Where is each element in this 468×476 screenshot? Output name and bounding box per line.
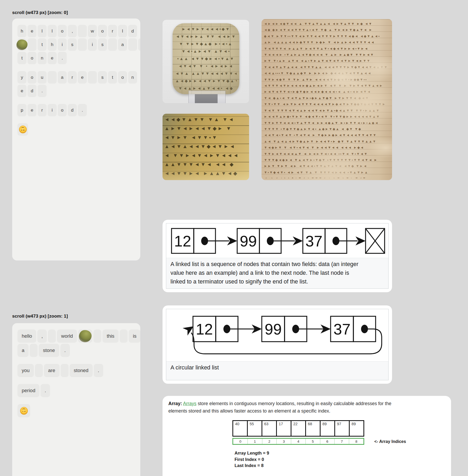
char-scroll-panel: hello,worldthisisastone.youarestoned.per… <box>12 19 140 260</box>
circular-linked-list-diagram: 12 99 37 <box>168 311 387 360</box>
array-stats: Array Length = 9 First Index = 0 Last In… <box>235 450 445 469</box>
char-tile: r <box>68 71 77 84</box>
char-tile: p <box>17 104 26 116</box>
upside-down-face-emoji <box>19 126 27 133</box>
emoji-tile <box>17 404 30 417</box>
char-tile: o <box>28 71 37 84</box>
char-tile: l <box>48 25 57 37</box>
char-tile: d <box>68 104 77 116</box>
rock-image <box>78 329 92 343</box>
char-tile: . <box>58 52 67 64</box>
glyph-row: ◄►▼▲►►◄◄ ◆◆ ◄ <box>164 178 247 179</box>
space-tile <box>48 71 57 84</box>
char-tile: d <box>128 25 137 37</box>
last-index-stat: Last Index = 8 <box>235 463 445 469</box>
space-tile <box>30 344 38 357</box>
char-tile: o <box>118 71 127 84</box>
char-tile: . <box>38 85 47 97</box>
char-tile: . <box>40 384 50 397</box>
caption-line: A linked list is a sequence of nodes tha… <box>170 260 384 269</box>
char-tile: t <box>108 71 117 84</box>
tile-paragraph: hello,worldthisisastone. <box>17 329 135 357</box>
glyph-row: ▲◄◆►►◄◄▼►▼▼◆▲▼ <box>175 77 237 85</box>
linked-list-caption: A linked list is a sequence of nodes tha… <box>166 258 388 289</box>
char-tile: e <box>28 25 37 37</box>
tile-paragraph: youarestoned. <box>17 364 135 377</box>
tile-paragraph <box>17 123 135 136</box>
array-index-cell: 6 <box>320 439 335 444</box>
glyph-row: ◄▼◄▼ ▼ ▪ ◄►◄►◄ <box>175 62 237 70</box>
circular-list-caption: A circular linked list <box>166 361 388 375</box>
array-index-cell: 2 <box>262 439 277 444</box>
array-value-cell: 97 <box>334 420 350 437</box>
char-tile: u <box>38 71 47 84</box>
cuneiform-marks: ►◄▼►▼◄◄◄▪◆▼ ◄▼◄►►▲ ▼▼ ◄◄►▼▼ ▼►▼◆▲◆ ►▪◄▪▲… <box>175 25 237 92</box>
glyph-row: ▲►▼◄►◄◄▼◆► ▼ <box>164 124 247 133</box>
tile-row: tone. <box>17 52 135 64</box>
rock-tile <box>78 329 92 343</box>
char-tile: l <box>38 25 47 37</box>
tile-row: youareston <box>17 71 135 84</box>
array-index-cell: 5 <box>306 439 320 444</box>
tile-row: astone. <box>17 344 135 357</box>
glyph-row: ▼◄▪▲►◄▼ ▲▼◄▪ <box>175 48 237 55</box>
linked-list-image-area: 12 99 37 <box>166 223 388 258</box>
char-tile: h <box>48 38 57 51</box>
linked-list-card: 12 99 37 A linked list is a sequence of … <box>163 220 392 292</box>
char-tile: r <box>38 104 47 116</box>
char-tile: n <box>128 71 137 84</box>
circular-list-thumb: 12 99 37 A circular linked list <box>166 309 389 380</box>
tile-row: period. <box>17 384 135 397</box>
emoji-tile <box>17 123 28 136</box>
array-index-cell: 7 <box>335 439 349 444</box>
panel1-title: scroll (w473 px) [zoom: 0] <box>12 10 68 15</box>
word-tile: are <box>44 364 60 377</box>
array-index-cell: 1 <box>248 439 262 444</box>
upside-down-face-emoji <box>20 407 28 415</box>
char-tile: , <box>37 329 47 343</box>
glyph-row: ►◄▼►▼◄◄◄▪◆▼ <box>175 25 237 33</box>
array-length-stat: Array Length = 9 <box>235 450 445 456</box>
char-tile: s <box>68 38 77 51</box>
char-tile: o <box>28 52 37 64</box>
array-index-cell: 4 <box>291 439 306 444</box>
rock-tile <box>17 38 26 51</box>
char-tile: s <box>98 38 107 51</box>
tile-paragraph: youarestoned. <box>17 71 135 97</box>
glyph-row: ◄▼◄►►▲ ▼▼ ◄◄►▼ <box>175 33 237 40</box>
array-diagram: 405563172268899789 012345678 <- Array In… <box>232 420 365 445</box>
circular-list-image-area: 12 99 37 <box>166 309 388 361</box>
space-tile <box>128 38 137 51</box>
char-tile: o <box>58 104 67 116</box>
glyph-row: ◄▼▲ ▲▲▼▼◄◄◄▼▼◄ <box>175 70 237 77</box>
word-tile: period <box>17 384 39 397</box>
node-value: 12 <box>174 232 191 250</box>
arrays-link[interactable]: Arrays <box>183 401 196 406</box>
screenshot-root: scroll (w473 px) [zoom: 0] hello,worldth… <box>0 0 468 476</box>
char-tile: r <box>108 25 117 37</box>
char-tile: a <box>118 38 127 51</box>
word-tile: hello <box>17 329 36 343</box>
tile-paragraph <box>17 404 135 417</box>
tile-row: ed. <box>17 85 135 97</box>
array-index-cell: 3 <box>277 439 291 444</box>
caption-line: value here as an example) and a link to … <box>170 269 384 277</box>
array-value-cell: 89 <box>320 420 335 437</box>
array-value-cell: 89 <box>349 420 364 437</box>
array-text-line2: elements stored and this allows faster a… <box>168 408 330 414</box>
word-scroll-panel: hello,worldthisisastone.youarestoned.per… <box>12 323 140 476</box>
rock-image <box>16 39 28 51</box>
array-text-line1: store elements in contiguous memory loca… <box>196 401 391 406</box>
glyph-row: ▲▲▼▼▼◄▼◄ ◄◄ ◆ <box>164 160 247 169</box>
glyph-row: ◄ ▼▼►◄▼◄►▼◄◄◄ <box>164 151 247 160</box>
char-tile: a <box>17 344 29 357</box>
linked-list-thumb: 12 99 37 A linked list is a sequence of … <box>166 223 389 289</box>
first-index-stat: First Index = 0 <box>235 456 445 463</box>
char-tile: e <box>78 71 87 84</box>
char-tile: t <box>17 52 26 64</box>
char-tile: o <box>58 25 67 37</box>
char-tile: d <box>28 85 37 97</box>
hieroglyph-stone-photo: ◄◄◆▼▲▼▼ ▼▲ ▼◄ ▲►▼◄►◄◄▼◆► ▼ ◄▼►▼ ◄▼▼▪▼ ▲◄… <box>163 114 249 180</box>
char-tile: l <box>118 25 127 37</box>
space-tile <box>108 38 117 51</box>
